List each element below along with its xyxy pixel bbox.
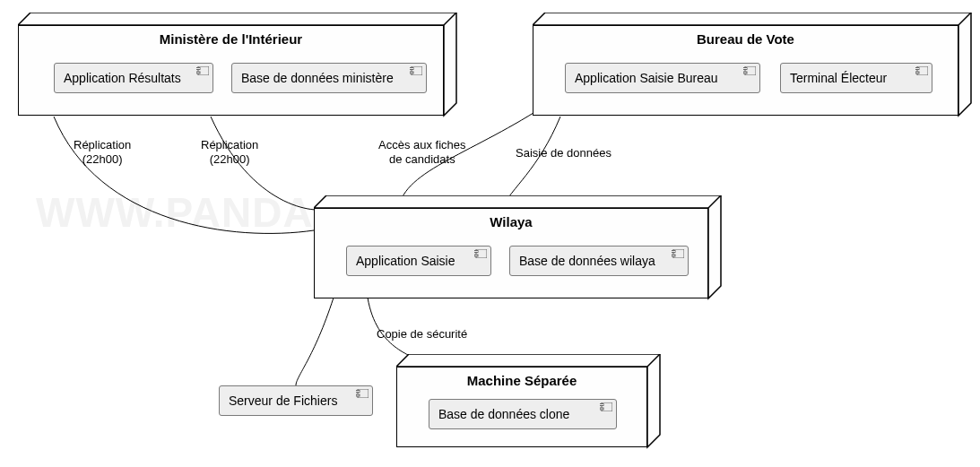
component-icon	[356, 389, 369, 398]
node-wilaya-title: Wilaya	[315, 209, 707, 229]
node-bureau-title: Bureau de Vote	[533, 26, 958, 47]
svg-rect-15	[915, 72, 919, 74]
svg-rect-12	[743, 72, 747, 74]
component-terminal-electeur: Terminal Électeur	[780, 63, 932, 93]
component-db-ministere: Base de données ministère	[231, 63, 427, 93]
component-icon	[196, 66, 209, 75]
svg-rect-28	[600, 408, 603, 410]
svg-rect-6	[410, 68, 413, 70]
svg-rect-27	[600, 404, 603, 406]
component-icon	[600, 402, 612, 411]
component-db-clone: Base de données clone	[429, 399, 617, 429]
svg-rect-19	[474, 251, 478, 253]
svg-rect-23	[672, 255, 675, 256]
svg-rect-4	[196, 72, 200, 74]
component-db-clone-label: Base de données clone	[438, 407, 569, 421]
component-icon	[915, 66, 928, 75]
edge-label-acces-fiches: Accès aux fichesde candidats	[378, 138, 466, 168]
node-ministere: Ministère de l'Intérieur Application Rés…	[18, 13, 444, 116]
component-app-saisie-bureau: Application Saisie Bureau	[565, 63, 760, 93]
component-serveur-fichiers: Serveur de Fichiers	[219, 385, 373, 416]
svg-rect-31	[356, 394, 360, 396]
component-app-resultats: Application Résultats	[54, 63, 213, 93]
edge-label-copie-securite: Copie de sécurité	[377, 327, 467, 342]
edge-label-saisie-donnees: Saisie de données	[516, 146, 611, 160]
component-db-wilaya: Base de données wilaya	[509, 246, 689, 276]
component-icon	[672, 249, 684, 258]
svg-rect-22	[672, 251, 675, 253]
svg-rect-30	[356, 391, 360, 393]
component-db-wilaya-label: Base de données wilaya	[519, 254, 655, 268]
node-ministere-title: Ministère de l'Intérieur	[19, 26, 443, 47]
component-terminal-electeur-label: Terminal Électeur	[790, 71, 887, 85]
edge-label-replication-2: Réplication(22h00)	[201, 138, 258, 168]
component-db-ministere-label: Base de données ministère	[241, 71, 394, 85]
component-icon	[410, 66, 422, 75]
svg-rect-3	[196, 68, 200, 70]
component-app-saisie-bureau-label: Application Saisie Bureau	[575, 71, 718, 85]
component-icon	[474, 249, 487, 258]
component-icon	[743, 66, 756, 75]
node-machine-separee-title: Machine Séparée	[397, 368, 646, 388]
component-app-saisie: Application Saisie	[346, 246, 491, 276]
node-machine-separee: Machine Séparée Base de données clone	[396, 354, 647, 447]
node-bureau: Bureau de Vote Application Saisie Bureau…	[533, 13, 958, 116]
edge-label-replication-1: Réplication(22h00)	[74, 138, 131, 168]
component-app-saisie-label: Application Saisie	[356, 254, 455, 268]
svg-rect-7	[410, 72, 413, 74]
svg-rect-14	[915, 68, 919, 70]
svg-rect-20	[474, 255, 478, 256]
node-wilaya: Wilaya Application Saisie Base de donnée…	[314, 195, 708, 298]
component-serveur-fichiers-label: Serveur de Fichiers	[229, 393, 337, 408]
component-app-resultats-label: Application Résultats	[64, 71, 181, 85]
svg-rect-11	[743, 68, 747, 70]
